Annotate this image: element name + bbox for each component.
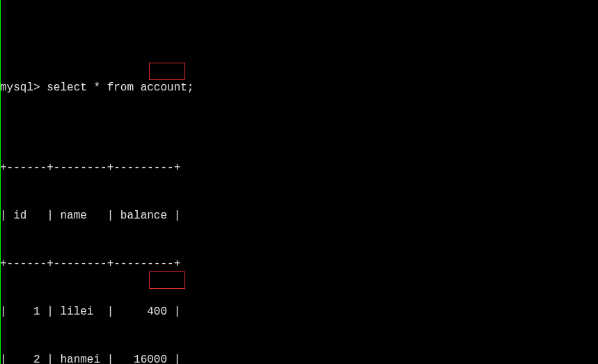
cell-name: lilei: [60, 304, 100, 320]
divider: +------+--------+---------+: [0, 160, 598, 176]
col-id: id: [13, 208, 40, 224]
cell-id: 1: [13, 304, 40, 320]
prompt-line-1: mysql> select * from account;: [0, 80, 598, 96]
cell-name: hanmei: [60, 352, 100, 364]
divider: +------+--------+---------+: [0, 256, 598, 272]
highlight-box: [149, 63, 185, 80]
col-balance: balance: [120, 208, 167, 224]
cell-balance: 400: [120, 304, 167, 320]
prompt-1: mysql>: [0, 81, 40, 94]
cell-id: 2: [13, 352, 40, 364]
left-accent: [0, 0, 1, 364]
stmt-select-1: select * from account;: [47, 81, 194, 94]
mysql-terminal[interactable]: mysql> select * from account; +------+--…: [0, 0, 598, 364]
highlight-box: [149, 271, 185, 289]
cell-balance: 16000: [120, 352, 167, 364]
col-name: name: [60, 208, 100, 224]
table-header: | id | name | balance |: [0, 208, 598, 224]
table-row: | 2 | hanmei | 16000 |: [0, 352, 598, 364]
table-row: | 1 | lilei | 400 |: [0, 304, 598, 320]
